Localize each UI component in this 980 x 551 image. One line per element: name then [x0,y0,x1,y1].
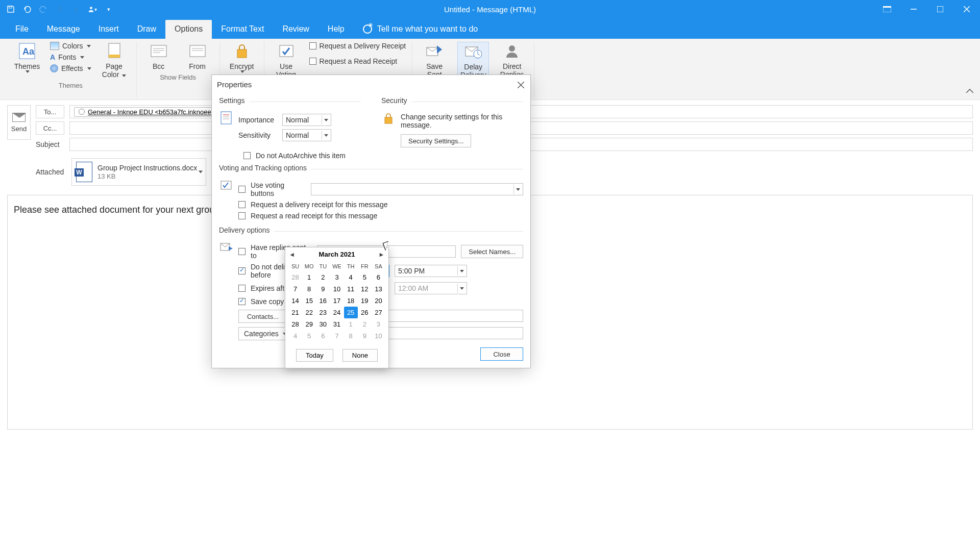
calendar-day[interactable]: 31 [330,318,344,330]
fonts-button[interactable]: AFonts [50,53,91,61]
calendar-day[interactable]: 22 [302,307,316,318]
request-read-receipt-checkbox[interactable]: Request a Read Receipt [309,57,406,65]
calendar-day[interactable]: 5 [302,330,316,342]
calendar-day[interactable]: 9 [316,283,330,295]
close-button[interactable]: Close [480,347,523,361]
tab-draw[interactable]: Draw [128,20,165,39]
importance-combo[interactable]: Normal [282,114,331,126]
to-button[interactable]: To... [36,105,64,118]
use-voting-checkbox[interactable] [238,186,246,193]
tell-me-label: Tell me what you want to do [377,24,478,34]
tab-help[interactable]: Help [318,20,354,39]
no-deliver-before-checkbox[interactable] [238,267,246,274]
delivery-receipt-checkbox[interactable] [238,201,246,208]
calendar-day[interactable]: 4 [288,330,302,342]
calendar-day[interactable]: 11 [344,283,358,295]
calendar-day[interactable]: 21 [288,307,302,318]
themes-button[interactable]: Aa Themes [11,42,43,73]
minimize-icon[interactable] [900,0,927,18]
attachment-menu-icon[interactable] [199,171,203,173]
calendar-day[interactable]: 5 [358,271,372,283]
calendar-day[interactable]: 13 [372,283,385,295]
calendar-day[interactable]: 15 [302,295,316,307]
select-names-button[interactable]: Select Names... [461,245,523,258]
save-icon[interactable] [6,5,15,14]
calendar-day[interactable]: 20 [372,295,385,307]
calendar-day[interactable]: 2 [358,318,372,330]
calendar-day[interactable]: 26 [358,307,372,318]
have-replies-checkbox[interactable] [238,248,246,255]
calendar-day[interactable]: 9 [358,330,372,342]
calendar-day[interactable]: 25 [344,307,358,318]
encrypt-button[interactable]: Encrypt [226,42,258,73]
page-color-button[interactable]: Page Color [99,42,130,79]
calendar-day[interactable]: 18 [344,295,358,307]
calendar-day[interactable]: 4 [344,271,358,283]
calendar-day[interactable]: 16 [316,295,330,307]
ribbon-display-icon[interactable] [874,0,900,18]
cc-button[interactable]: Cc... [36,121,64,135]
calendar-day[interactable]: 19 [358,295,372,307]
calendar-day[interactable]: 3 [330,271,344,283]
tell-me[interactable]: Tell me what you want to do [363,24,478,39]
calendar-day[interactable]: 6 [316,330,330,342]
calendar-day[interactable]: 6 [372,271,385,283]
calendar-day[interactable]: 3 [372,318,385,330]
undo-icon[interactable] [22,5,32,14]
calendar-day[interactable]: 10 [372,330,385,342]
sensitivity-combo[interactable]: Normal [282,129,331,141]
security-settings-button[interactable]: Security Settings... [401,134,471,147]
redo-icon[interactable] [39,5,48,14]
calendar-day[interactable]: 10 [330,283,344,295]
calendar-day[interactable]: 14 [288,295,302,307]
close-icon[interactable] [953,0,980,18]
tab-file[interactable]: File [6,20,38,39]
calendar-day[interactable]: 30 [316,318,330,330]
colors-button[interactable]: Colors [50,42,91,50]
calendar-day[interactable]: 24 [330,307,344,318]
effects-button[interactable]: Effects [50,64,91,72]
attachment-card[interactable]: Group Project Instructions.docx 13 KB [71,158,206,186]
calendar-day[interactable]: 1 [344,318,358,330]
tab-insert[interactable]: Insert [89,20,128,39]
tab-message[interactable]: Message [38,20,89,39]
calendar-day[interactable]: 1 [302,271,316,283]
from-button[interactable]: From [182,42,213,70]
read-receipt-checkbox[interactable] [238,212,246,219]
calendar-day[interactable]: 28 [288,271,302,283]
dialog-close-icon[interactable] [514,78,527,91]
none-button[interactable]: None [342,349,378,362]
contacts-button[interactable]: Contacts... [238,310,287,323]
calendar-day[interactable]: 17 [330,295,344,307]
calendar-day[interactable]: 28 [288,318,302,330]
calendar-day[interactable]: 8 [302,283,316,295]
request-delivery-receipt-checkbox[interactable]: Request a Delivery Receipt [309,42,406,50]
expires-time-combo[interactable]: 12:00 AM [395,282,467,294]
voting-combo[interactable] [311,183,523,195]
categories-button[interactable]: Categories [238,327,287,340]
collapse-ribbon-icon[interactable] [965,86,975,96]
calendar-day[interactable]: 7 [330,330,344,342]
bcc-button[interactable]: Bcc [143,42,175,70]
send-button[interactable]: Send [7,105,31,140]
no-autoarchive-checkbox[interactable] [243,152,251,159]
tab-options[interactable]: Options [165,20,212,39]
today-button[interactable]: Today [296,349,333,362]
save-copy-checkbox[interactable] [238,298,246,305]
next-month-icon[interactable]: ▸ [379,252,384,257]
person-icon[interactable]: ▾ [88,5,97,14]
tab-review[interactable]: Review [273,20,318,39]
expires-checkbox[interactable] [238,285,246,292]
calendar-day[interactable]: 2 [316,271,330,283]
calendar-day[interactable]: 23 [316,307,330,318]
tab-format-text[interactable]: Format Text [212,20,273,39]
qat-customize-icon[interactable]: ▾ [104,5,113,14]
maximize-icon[interactable] [927,0,953,18]
calendar-day[interactable]: 29 [302,318,316,330]
prev-month-icon[interactable]: ◂ [289,252,295,257]
calendar-day[interactable]: 12 [358,283,372,295]
calendar-day[interactable]: 7 [288,283,302,295]
calendar-day[interactable]: 27 [372,307,385,318]
no-deliver-time-combo[interactable]: 5:00 PM [395,265,467,277]
calendar-day[interactable]: 8 [344,330,358,342]
